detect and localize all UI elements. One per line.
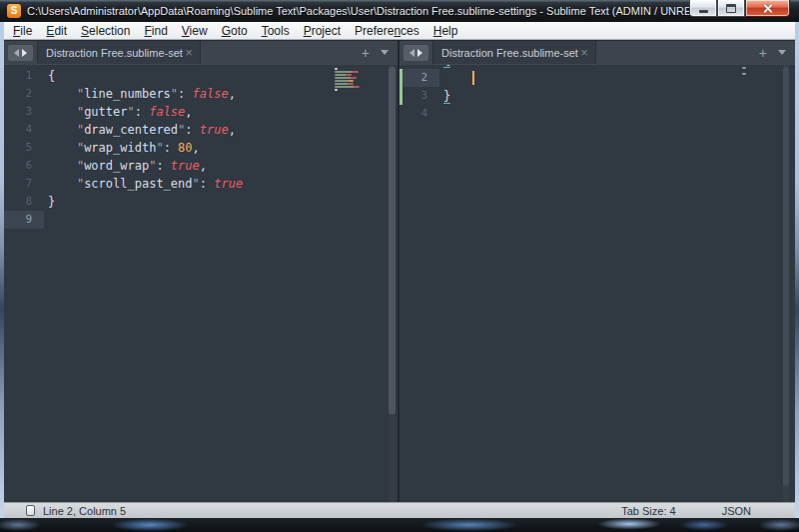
code-line[interactable]: 5 "wrap_width": 80, — [4, 139, 398, 157]
code-line[interactable]: 6 "word_wrap": true, — [4, 157, 398, 175]
menu-help[interactable]: Help — [426, 23, 465, 39]
tab-scroll-arrows[interactable] — [403, 45, 428, 61]
code-line[interactable]: 2 — [400, 69, 795, 87]
menu-project[interactable]: Project — [297, 23, 348, 39]
minimize-button[interactable] — [689, 0, 717, 17]
window-bottom-border — [0, 518, 799, 532]
new-tab-button[interactable] — [362, 46, 370, 60]
line-number: 5 — [4, 139, 44, 157]
menu-goto[interactable]: Goto — [215, 23, 255, 39]
code-text: { — [44, 67, 55, 85]
code-text — [439, 105, 443, 123]
tab-bar-left: Distraction Free.sublime-settings — [4, 40, 398, 64]
code-line[interactable]: 8} — [4, 193, 398, 211]
line-number: 7 — [4, 175, 44, 193]
sublime-text-icon — [7, 4, 21, 18]
tab-overflow-button[interactable] — [381, 50, 389, 55]
tab-distraction-free-settings[interactable]: Distraction Free.sublime-settings — [432, 41, 596, 65]
line-number: 4 — [4, 121, 44, 139]
code-text: "scroll_past_end": true — [44, 175, 243, 193]
minimap-row — [335, 71, 359, 73]
minimap-row — [335, 89, 338, 91]
code-text: "draw_centered": true, — [44, 121, 236, 139]
new-tab-button[interactable] — [759, 46, 767, 60]
minimap-row — [335, 83, 354, 85]
menu-bar: FileEditSelectionFindViewGotoToolsProjec… — [4, 22, 795, 40]
code-line[interactable]: 4 "draw_centered": true, — [4, 121, 398, 139]
tab-close-icon[interactable] — [578, 46, 590, 59]
line-number: 4 — [400, 105, 439, 123]
tab-scroll-right-icon — [22, 49, 27, 57]
vertical-scrollbar[interactable] — [783, 65, 789, 502]
scrollbar-thumb[interactable] — [389, 67, 396, 414]
menu-file[interactable]: File — [6, 23, 39, 39]
code-text: } — [44, 193, 55, 211]
code-text — [439, 69, 474, 87]
title-bar[interactable]: C:\Users\Administrator\AppData\Roaming\S… — [0, 0, 799, 22]
minimap-row — [742, 70, 746, 72]
code-editor-left[interactable]: 1{2 "line_numbers": false,3 "gutter": fa… — [4, 64, 398, 502]
editor-pane-left: Distraction Free.sublime-settings 1{2 "l… — [4, 40, 398, 502]
line-number: 8 — [4, 193, 44, 211]
code-line[interactable]: 3} — [400, 87, 795, 105]
code-text: "word_wrap": true, — [44, 157, 207, 175]
tab-close-icon[interactable] — [183, 46, 195, 59]
close-button[interactable] — [745, 0, 790, 17]
minimap[interactable] — [742, 67, 746, 76]
line-number: 2 — [4, 85, 44, 103]
minimap[interactable] — [335, 68, 362, 92]
code-text: } — [439, 87, 450, 105]
window-title: C:\Users\Administrator\AppData\Roaming\S… — [27, 5, 751, 17]
line-number: 9 — [4, 211, 44, 229]
minimap-row — [742, 73, 746, 75]
menu-edit[interactable]: Edit — [39, 23, 74, 39]
line-number: 1 — [4, 67, 44, 85]
window-controls — [689, 0, 790, 17]
tab-scroll-arrows[interactable] — [8, 45, 33, 61]
menu-tools[interactable]: Tools — [255, 23, 297, 39]
code-text: "wrap_width": 80, — [44, 139, 200, 157]
menu-view[interactable]: View — [175, 23, 215, 39]
tab-size-status[interactable]: Tab Size: 4 — [621, 505, 675, 517]
menu-find[interactable]: Find — [137, 23, 174, 39]
minimap-row — [335, 74, 352, 76]
cursor-position-status: Line 2, Column 5 — [43, 505, 126, 517]
tab-distraction-free-settings[interactable]: Distraction Free.sublime-settings — [37, 41, 201, 65]
minimap-row — [335, 68, 338, 70]
code-text: "gutter": false, — [44, 103, 193, 121]
sublime-text-window: C:\Users\Administrator\AppData\Roaming\S… — [0, 0, 799, 532]
minimize-icon — [699, 10, 708, 13]
line-number: 3 — [400, 87, 439, 105]
menu-preferences[interactable]: Preferences — [348, 23, 426, 39]
code-lines: 1{2 3}4 — [400, 64, 795, 123]
minimap-row — [742, 67, 746, 69]
code-line[interactable]: 9 — [4, 211, 398, 229]
code-editor-right[interactable]: 1{2 3}4 — [400, 64, 795, 502]
line-number: 3 — [4, 103, 44, 121]
window-left-border — [0, 22, 4, 518]
status-bar: Line 2, Column 5 Tab Size: 4 JSON — [4, 502, 795, 518]
window-right-border — [795, 22, 799, 518]
tab-label: Distraction Free.sublime-settings — [46, 47, 183, 59]
tab-overflow-button[interactable] — [778, 50, 786, 55]
tab-label: Distraction Free.sublime-settings — [441, 47, 578, 59]
editor-split-view: Distraction Free.sublime-settings 1{2 "l… — [4, 40, 795, 502]
minimap-row — [335, 86, 360, 88]
minimap-row — [335, 77, 357, 79]
minimap-row — [335, 80, 354, 82]
tab-bar-right: Distraction Free.sublime-settings — [400, 40, 795, 64]
menu-selection[interactable]: Selection — [74, 23, 137, 39]
panel-toggle-icon[interactable] — [26, 505, 35, 516]
tab-scroll-right-icon — [417, 49, 422, 57]
maximize-button[interactable] — [717, 0, 745, 17]
scrollbar-thumb[interactable] — [783, 67, 789, 486]
code-line[interactable]: 3 "gutter": false, — [4, 103, 398, 121]
close-icon — [762, 3, 773, 14]
line-number: 6 — [4, 157, 44, 175]
vertical-scrollbar[interactable] — [389, 65, 396, 502]
code-line[interactable]: 7 "scroll_past_end": true — [4, 175, 398, 193]
editor-pane-right: Distraction Free.sublime-settings 1{2 3}… — [400, 40, 795, 502]
syntax-status[interactable]: JSON — [722, 505, 751, 517]
text-cursor — [472, 71, 474, 85]
code-line[interactable]: 4 — [400, 105, 795, 123]
